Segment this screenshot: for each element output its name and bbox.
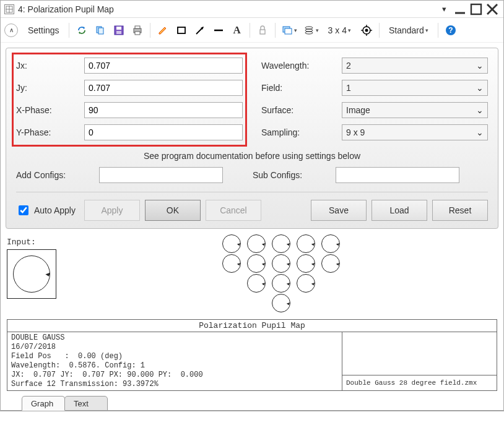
rectangle-icon[interactable] bbox=[173, 22, 189, 39]
dropdown-button[interactable]: ▾ bbox=[437, 3, 451, 15]
chevron-down-icon: ⌄ bbox=[476, 127, 484, 137]
pupil-ellipse bbox=[297, 234, 315, 253]
svg-marker-17 bbox=[159, 27, 166, 34]
svg-rect-24 bbox=[285, 28, 292, 34]
tab-text[interactable]: Text bbox=[64, 396, 108, 411]
pupil-row bbox=[220, 254, 342, 273]
pupil-ellipse bbox=[247, 274, 266, 293]
titlebar: 4: Polarization Pupil Map ▾ bbox=[1, 1, 503, 18]
pupil-ellipse bbox=[297, 254, 315, 273]
save-icon[interactable] bbox=[111, 22, 127, 39]
pupil-ellipse bbox=[247, 234, 266, 253]
yphase-label: Y-Phase: bbox=[16, 127, 84, 137]
pupil-ellipse bbox=[247, 254, 266, 273]
sub-configs-label: Sub Configs: bbox=[253, 170, 327, 180]
text-icon[interactable]: A bbox=[229, 22, 245, 39]
pupil-grid bbox=[65, 234, 497, 313]
input-polarization-box bbox=[7, 249, 56, 299]
jx-input[interactable] bbox=[84, 58, 243, 74]
minimize-button[interactable] bbox=[453, 3, 467, 15]
settings-right-column: Wavelength: 2⌄ Field: 1⌄ Surface: Image⌄… bbox=[261, 57, 488, 148]
separator bbox=[438, 23, 438, 38]
chevron-down-icon: ⌄ bbox=[476, 61, 484, 71]
window: 4: Polarization Pupil Map ▾ ∧ Settings bbox=[0, 0, 504, 411]
svg-rect-22 bbox=[260, 30, 265, 34]
standard-button[interactable]: Standard▾ bbox=[384, 22, 433, 39]
window-split-icon[interactable]: ▾ bbox=[280, 22, 299, 39]
pupil-ellipse bbox=[222, 234, 241, 253]
input-block: Input: bbox=[7, 238, 56, 313]
copy-icon[interactable] bbox=[92, 22, 108, 39]
doc-note: See program documentation before using s… bbox=[16, 151, 488, 161]
jy-label: Jy: bbox=[16, 83, 84, 93]
pupil-row bbox=[220, 234, 342, 254]
load-button[interactable]: Load bbox=[371, 200, 427, 221]
grid-size-button[interactable]: 3 x 4▾ bbox=[323, 22, 356, 39]
pupil-ellipse bbox=[272, 274, 290, 293]
divider bbox=[16, 192, 488, 192]
tabs: Graph Text bbox=[1, 393, 503, 411]
close-button[interactable] bbox=[485, 3, 500, 15]
settings-left-column: Jx: Jy: X-Phase: Y-Phase: bbox=[16, 57, 243, 148]
arrow-icon[interactable] bbox=[192, 22, 208, 39]
target-icon[interactable] bbox=[358, 22, 375, 39]
svg-point-27 bbox=[305, 32, 313, 34]
print-icon[interactable] bbox=[129, 22, 146, 39]
svg-rect-13 bbox=[116, 31, 121, 34]
field-select[interactable]: 1⌄ bbox=[342, 80, 488, 96]
surface-select[interactable]: Image⌄ bbox=[342, 102, 488, 118]
surface-label: Surface: bbox=[261, 105, 342, 115]
svg-marker-8 bbox=[79, 32, 80, 34]
sampling-label: Sampling: bbox=[261, 127, 342, 137]
settings-panel: Jx: Jy: X-Phase: Y-Phase: bbox=[6, 48, 498, 229]
ok-button[interactable]: OK bbox=[145, 200, 201, 221]
settings-button[interactable]: Settings bbox=[23, 22, 64, 39]
auto-apply-input[interactable] bbox=[19, 205, 28, 215]
input-ellipse bbox=[13, 255, 50, 293]
pupil-ellipse bbox=[222, 254, 241, 273]
input-label: Input: bbox=[7, 238, 56, 247]
reset-button[interactable]: Reset bbox=[432, 200, 488, 221]
layers-icon[interactable]: ▾ bbox=[302, 22, 321, 39]
field-label: Field: bbox=[261, 83, 342, 93]
app-icon bbox=[4, 4, 14, 14]
tab-graph[interactable]: Graph bbox=[22, 396, 65, 411]
save-button[interactable]: Save bbox=[311, 200, 367, 221]
report-right: Double Gauss 28 degree field.zmx bbox=[342, 332, 497, 390]
pencil-icon[interactable] bbox=[155, 22, 171, 39]
collapse-settings-button[interactable]: ∧ bbox=[4, 24, 18, 37]
highlight-box: Jx: Jy: X-Phase: Y-Phase: bbox=[12, 53, 247, 147]
sub-configs-input[interactable] bbox=[336, 167, 459, 183]
separator bbox=[250, 23, 250, 38]
svg-rect-10 bbox=[98, 28, 103, 34]
lock-icon[interactable] bbox=[254, 22, 271, 39]
refresh-icon[interactable] bbox=[74, 22, 90, 39]
pupil-row bbox=[270, 293, 292, 313]
report-panel: Polarization Pupil Map DOUBLE GAUSS 16/0… bbox=[7, 319, 497, 391]
xphase-input[interactable] bbox=[84, 102, 243, 118]
svg-rect-4 bbox=[471, 4, 481, 14]
separator bbox=[275, 23, 276, 38]
xphase-label: X-Phase: bbox=[16, 105, 84, 115]
pupil-area: Input: bbox=[1, 234, 503, 319]
jy-input[interactable] bbox=[84, 80, 243, 96]
separator bbox=[379, 23, 380, 38]
line-icon[interactable] bbox=[211, 22, 227, 39]
yphase-input[interactable] bbox=[84, 124, 243, 140]
sampling-select[interactable]: 9 x 9⌄ bbox=[342, 124, 488, 140]
chevron-down-icon: ⌄ bbox=[476, 83, 484, 93]
wavelength-label: Wavelength: bbox=[261, 61, 342, 71]
pupil-row bbox=[245, 273, 317, 293]
window-title: 4: Polarization Pupil Map bbox=[18, 4, 435, 14]
wavelength-select[interactable]: 2⌄ bbox=[342, 58, 488, 74]
svg-rect-15 bbox=[135, 26, 140, 28]
pupil-ellipse bbox=[272, 294, 290, 312]
svg-rect-12 bbox=[116, 27, 121, 30]
maximize-button[interactable] bbox=[469, 3, 484, 15]
apply-button: Apply bbox=[84, 200, 140, 221]
separator bbox=[150, 23, 150, 38]
auto-apply-checkbox[interactable]: Auto Apply bbox=[16, 204, 76, 217]
report-title: Polarization Pupil Map bbox=[7, 320, 497, 332]
add-configs-input[interactable] bbox=[99, 167, 223, 183]
help-icon[interactable]: ? bbox=[443, 22, 459, 39]
